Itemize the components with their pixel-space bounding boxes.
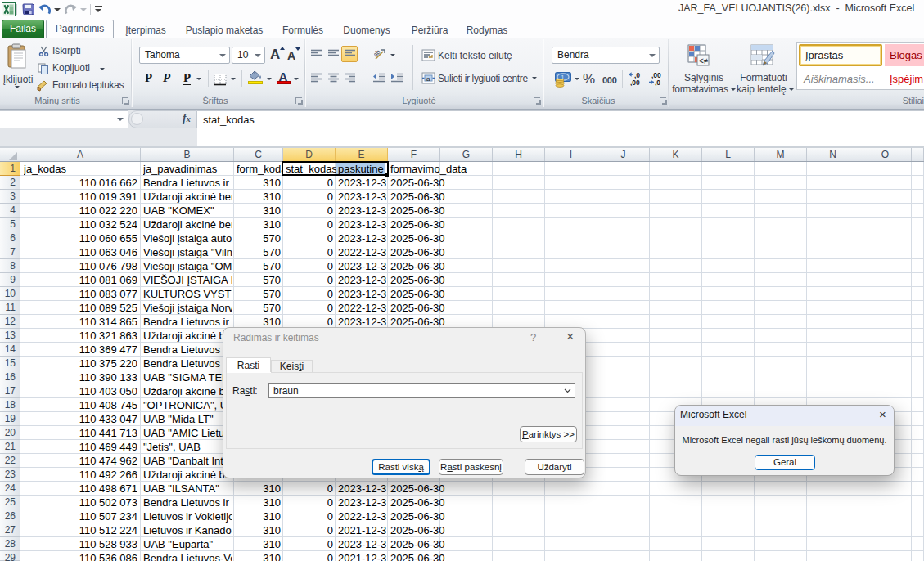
svg-text:<≠: <≠: [699, 56, 709, 65]
svg-text:,00: ,00: [630, 79, 640, 86]
svg-text:a: a: [426, 75, 430, 83]
svg-text:ab: ab: [374, 48, 382, 59]
